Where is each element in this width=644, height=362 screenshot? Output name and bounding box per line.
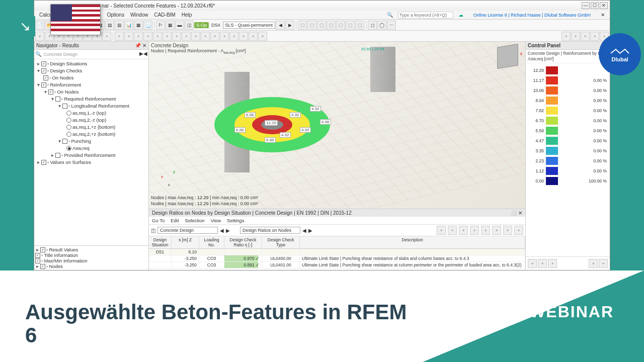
table-row-ds[interactable]: DS1 6.10	[149, 249, 525, 255]
tree-on-nodes-1[interactable]: ✓▫ On Nodes	[35, 74, 147, 81]
menu-window[interactable]: Window	[127, 12, 151, 18]
t2-22-icon[interactable]: ▫	[239, 32, 248, 41]
tree-on-nodes-2[interactable]: ▾✓▫ On Nodes	[35, 88, 147, 96]
tool-b-icon[interactable]: ⬚	[307, 21, 316, 30]
tool-a-icon[interactable]: ⬚	[298, 21, 307, 30]
cube-icon[interactable]: ◻	[368, 21, 377, 30]
tree-punching[interactable]: ▾▫ Punching	[35, 138, 147, 145]
t2-r1-icon[interactable]: ▫	[561, 32, 571, 41]
tree-reinforcement[interactable]: ▾✓▫ Reinforcement	[35, 81, 147, 88]
rt-tool5-icon[interactable]: ▫	[481, 226, 490, 235]
menu-cadbim[interactable]: CAD-BIM	[151, 12, 178, 18]
nav-result-values[interactable]: ▸✓▫ Result Values	[35, 247, 147, 252]
rm-edit[interactable]: Edit	[171, 218, 179, 223]
t2-13-icon[interactable]: ▫	[153, 32, 162, 41]
ctrl-tool4-icon[interactable]: ▫	[589, 259, 598, 268]
next-icon[interactable]: ▶	[285, 21, 294, 30]
rt-tool2-icon[interactable]: ▫	[448, 226, 457, 235]
tree-r2[interactable]: as,req,2,-z (top)	[35, 117, 147, 124]
rf-next-icon[interactable]: ▶	[226, 228, 230, 233]
tree-long-reinf[interactable]: ▾▫ Longitudinal Reinforcement	[35, 103, 147, 110]
view-cube[interactable]	[497, 44, 518, 69]
rf-next2-icon[interactable]: ▶	[308, 228, 312, 233]
tree-asw[interactable]: Asw,req	[35, 145, 147, 152]
prev-icon[interactable]: ◀	[276, 21, 285, 30]
rm-settings[interactable]: Settings	[227, 218, 244, 223]
new-icon[interactable]: 📄	[35, 21, 44, 30]
t2-14-icon[interactable]: ▫	[163, 32, 172, 41]
t2-15-icon[interactable]: ▫	[172, 32, 181, 41]
menu-options[interactable]: Options	[104, 12, 127, 18]
rt-tool6-icon[interactable]: ▫	[492, 226, 501, 235]
t2-17-icon[interactable]: ▫	[191, 32, 200, 41]
more-icon[interactable]: ⋯	[387, 21, 396, 30]
t2-19-icon[interactable]: ▫	[210, 32, 219, 41]
tool-c-icon[interactable]: ⬚	[317, 21, 326, 30]
calc-icon[interactable]: 📊	[124, 21, 133, 30]
maximize-button[interactable]: ☐	[591, 2, 599, 9]
menu-help[interactable]: Help	[179, 12, 195, 18]
results-combo-2[interactable]: Design Ratios on Nodes	[240, 227, 300, 234]
t2-23-icon[interactable]: ▫	[249, 32, 258, 41]
surface-icon[interactable]: ◫	[185, 21, 194, 30]
rt-tool8-icon[interactable]: ▫	[514, 226, 523, 235]
search-input[interactable]	[398, 12, 453, 19]
rt-tool1-icon[interactable]: ▫	[437, 226, 446, 235]
rm-selection[interactable]: Selection	[185, 218, 205, 223]
load-combo[interactable]: SLS - Quasi-permanent	[223, 22, 276, 29]
flag-icon[interactable]: 🏳	[156, 21, 165, 30]
tool-f-icon[interactable]: ⬚	[346, 21, 355, 30]
tool-g-icon[interactable]: ⬚	[355, 21, 364, 30]
viewport-3d[interactable]: Concrete Design Nodes | Required Reinfor…	[149, 42, 525, 209]
t2-10-icon[interactable]: ▫	[124, 32, 133, 41]
t2-11-icon[interactable]: ▫	[134, 32, 143, 41]
rt-tool7-icon[interactable]: ▫	[503, 226, 512, 235]
tree-values-surfaces[interactable]: ▸✓▫ Values on Surfaces	[35, 159, 147, 166]
rm-view[interactable]: View	[211, 218, 221, 223]
close-button[interactable]: ✕	[600, 2, 608, 9]
rf-prev2-icon[interactable]: ◀	[302, 228, 306, 233]
tree-r3[interactable]: as,req,1,+z (bottom)	[35, 124, 147, 131]
results-close-icon[interactable]: ✕	[518, 210, 522, 216]
tree-required-reinf[interactable]: ▾▫ Required Reinforcement	[35, 96, 147, 103]
tree-design-situations[interactable]: ▸✓▫ Design Situations	[35, 60, 147, 67]
nav-maxmin-info[interactable]: ✓▫ Max/Min Information	[35, 258, 147, 263]
ctrl-tool5-icon[interactable]: ▫	[599, 259, 608, 268]
t2-9-icon[interactable]: ▫	[115, 32, 124, 41]
minimize-button[interactable]: —	[582, 2, 590, 9]
t2-16-icon[interactable]: ▫	[182, 32, 191, 41]
t2-r4-icon[interactable]: ▫	[590, 32, 599, 41]
tool-d-icon[interactable]: ⬚	[327, 21, 336, 30]
t2-r3-icon[interactable]: ▫	[581, 32, 590, 41]
nav-prev-icon[interactable]: ◀	[143, 51, 147, 56]
t2-24-icon[interactable]: ▫	[258, 32, 267, 41]
t2-8-icon[interactable]: ▫	[102, 32, 111, 41]
rm-goto[interactable]: Go To	[152, 218, 165, 223]
tree-provided-reinf[interactable]: ▸▫ Provided Reinforcement	[35, 152, 147, 159]
table-icon[interactable]: ▦	[134, 21, 143, 30]
t2-18-icon[interactable]: ▫	[201, 32, 210, 41]
pin-icon[interactable]: 📌 ✕	[135, 43, 146, 48]
report-icon[interactable]: 📃	[143, 21, 152, 30]
tool-e-icon[interactable]: ⬚	[336, 21, 345, 30]
table-row[interactable]: -3.250 CO3 0.970 ✓ UL0400.00 Ultimate Li…	[149, 255, 525, 262]
tree-design-checks[interactable]: ▾✓▫ Design Checks	[35, 67, 147, 74]
member-icon[interactable]: ▬	[175, 21, 184, 30]
ctrl-tool3-icon[interactable]: ▫	[548, 259, 557, 268]
t2-21-icon[interactable]: ▫	[229, 32, 238, 41]
t2-1-icon[interactable]: ▫	[35, 32, 44, 41]
sphere-icon[interactable]: ◯	[377, 21, 386, 30]
t2-20-icon[interactable]: ▫	[220, 32, 229, 41]
view3-icon[interactable]: ▥	[115, 21, 124, 30]
results-combo-1[interactable]: Concrete Design	[157, 227, 218, 234]
tree-r4[interactable]: as,req,2,+z (bottom)	[35, 131, 147, 138]
nav-next-icon[interactable]: ▶	[139, 51, 143, 56]
rt-tool3-icon[interactable]: ▫	[459, 226, 468, 235]
rf-prev-icon[interactable]: ◀	[220, 228, 224, 233]
t2-r2-icon[interactable]: ▫	[571, 32, 580, 41]
grid-icon[interactable]: ▦	[166, 21, 175, 30]
close-panel-icon[interactable]: ✕	[598, 12, 608, 18]
rt-tool4-icon[interactable]: ▫	[470, 226, 479, 235]
t2-12-icon[interactable]: ▫	[143, 32, 152, 41]
ctrl-tool2-icon[interactable]: ▫	[538, 259, 547, 268]
